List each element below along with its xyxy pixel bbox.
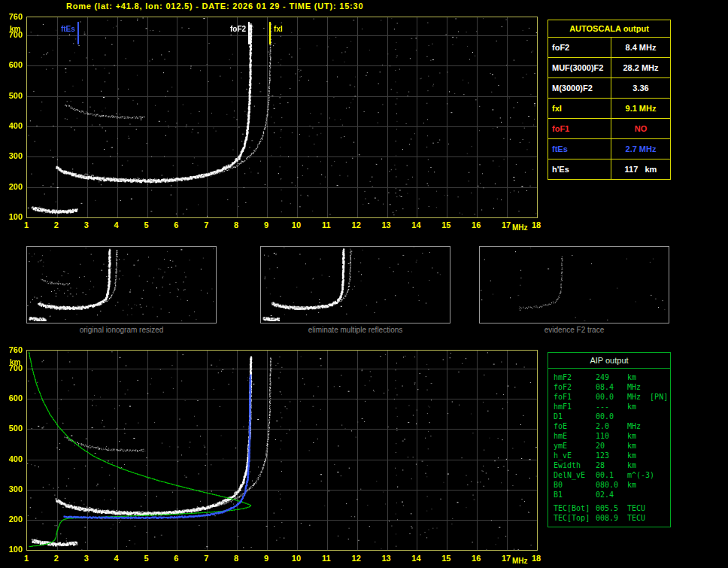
- aip-parameter-label: B1: [554, 490, 596, 500]
- autoscala-parameter-label: foF1: [548, 119, 611, 138]
- y-tick-label: 100: [2, 212, 23, 221]
- autoscala-parameter-value: 117 km: [611, 159, 670, 179]
- aip-row-ewidth: Ewidth28km: [548, 460, 670, 470]
- aip-parameter-label: DelN_vE: [554, 470, 596, 480]
- x-tick-label: 11: [319, 554, 334, 563]
- bottom-ionogram-plot: [26, 350, 538, 551]
- autoscala-parameter-label: MUF(3000)F2: [548, 58, 611, 77]
- aip-table-header: AIP output: [548, 353, 670, 369]
- x-axis-unit-label: MHz: [512, 557, 528, 565]
- autoscala-parameter-value: 28.2 MHz: [611, 58, 670, 77]
- x-tick-label: 2: [49, 220, 64, 229]
- x-tick-label: 7: [199, 554, 214, 563]
- aip-row-tec-bot-: TEC[Bot]005.5TECU: [548, 503, 670, 513]
- x-tick-label: 9: [259, 220, 274, 229]
- autoscala-parameter-value: 3.36: [611, 78, 670, 98]
- autoscala-parameter-label: foF2: [548, 38, 611, 57]
- aip-parameter-label: foE: [554, 421, 596, 431]
- y-tick-label: 300: [2, 151, 23, 160]
- y-tick-label: 200: [2, 182, 23, 191]
- y-tick-label: 400: [2, 454, 23, 463]
- y-tick-label: 600: [2, 393, 23, 402]
- x-tick-label: 6: [168, 220, 184, 229]
- aip-parameter-label: ymE: [554, 441, 596, 451]
- thumbnail-caption: eliminate multiple reflections: [260, 326, 450, 334]
- x-tick-label: 14: [408, 554, 423, 563]
- thumbnail-evidence-f2: [479, 246, 669, 323]
- x-tick-label: 9: [259, 554, 274, 563]
- aip-row-deln-ve: DelN_vE00.1m^(-3): [548, 470, 670, 480]
- x-tick-label: 14: [408, 220, 423, 229]
- aip-parameter-value: 249: [596, 372, 627, 382]
- x-tick-label: 1: [19, 554, 34, 563]
- aip-parameter-unit: [627, 412, 670, 421]
- x-tick-label: 16: [469, 220, 484, 229]
- y-tick-label: 500: [2, 424, 23, 433]
- autoscala-row-fof2: foF28.4 MHz: [548, 38, 670, 58]
- autoscala-parameter-value: NO: [611, 119, 670, 138]
- y-tick-label: 760: [2, 12, 23, 21]
- aip-parameter-value: 20: [596, 441, 627, 451]
- aip-parameter-value: 00.0: [596, 412, 627, 421]
- x-tick-label: 2: [49, 554, 64, 563]
- aip-parameter-value: 005.5: [596, 503, 627, 513]
- autoscala-row-fxi: fxI9.1 MHz: [548, 99, 670, 119]
- x-tick-label: 8: [229, 554, 244, 563]
- autoscala-parameter-value: 2.7 MHz: [611, 139, 670, 159]
- aip-row-d1: D100.0: [548, 412, 670, 421]
- autoscala-table-header: AUTOSCALA output: [548, 20, 670, 38]
- x-tick-label: 4: [109, 220, 124, 229]
- y-tick-label: 100: [2, 545, 23, 554]
- autoscala-row-fof1: foF1NO: [548, 119, 670, 139]
- thumbnail-canvas-evidence: [480, 247, 667, 321]
- x-tick-label: 5: [139, 554, 154, 563]
- aip-output-table: AIP output hmF2249kmfoF208.4MHzfoF100.0M…: [548, 352, 671, 527]
- aip-row-b1: B102.4: [548, 490, 670, 500]
- x-tick-label: 13: [379, 554, 394, 563]
- aip-parameter-label: h_vE: [554, 451, 596, 460]
- y-tick-label: 300: [2, 484, 23, 494]
- aip-parameter-unit: km: [627, 431, 670, 441]
- aip-parameter-value: 08.4: [596, 382, 627, 392]
- x-tick-label: 18: [529, 554, 544, 563]
- aip-parameter-value: 28: [596, 460, 627, 470]
- x-tick-label: 10: [289, 220, 304, 229]
- y-tick-label: 500: [2, 91, 23, 100]
- aip-parameter-label: B0: [554, 480, 596, 490]
- aip-parameter-unit: TECU: [627, 513, 670, 523]
- x-tick-label: 11: [319, 220, 334, 229]
- autoscala-row-h-es: h'Es117 km: [548, 159, 670, 179]
- aip-parameter-value: 00.0: [596, 392, 627, 402]
- top-ionogram-plot: ftEsfoF2fxI: [26, 17, 538, 218]
- aip-row-foe: foE2.0MHz: [548, 421, 670, 431]
- x-axis-unit-label: MHz: [512, 223, 528, 232]
- autoscala-parameter-label: h'Es: [548, 159, 611, 179]
- aip-row-hmf2: hmF2249km: [548, 372, 670, 382]
- autoscala-parameter-label: ftEs: [548, 139, 611, 159]
- x-tick-label: 12: [349, 220, 364, 229]
- window-title: Rome (lat: +41.8, lon: 012.5) - DATE: 20…: [66, 2, 363, 11]
- y-tick-label: 600: [2, 60, 23, 69]
- aip-parameter-unit: km: [627, 402, 670, 412]
- x-tick-label: 15: [438, 220, 453, 229]
- y-tick-label: 760: [2, 345, 23, 354]
- aip-parameter-label: TEC[Top]: [554, 513, 596, 523]
- x-tick-label: 3: [79, 220, 94, 229]
- thumbnail-caption: evidence F2 trace: [479, 326, 669, 334]
- aip-row-tec-top-: TEC[Top]008.9TECU: [548, 513, 670, 523]
- aip-parameter-unit: [627, 490, 670, 500]
- thumbnail-original-ionogram: [26, 246, 217, 323]
- autoscala-row-m-3000-f2: M(3000)F23.36: [548, 78, 670, 99]
- aip-parameter-unit: km: [627, 480, 670, 490]
- x-tick-label: 1: [19, 220, 34, 229]
- aip-parameter-value: 080.0: [596, 480, 627, 490]
- x-tick-label: 8: [229, 220, 244, 229]
- aip-row-h-ve: h_vE123km: [548, 451, 670, 460]
- aip-parameter-label: Ewidth: [554, 460, 596, 470]
- aip-parameter-label: hmE: [554, 431, 596, 441]
- x-tick-label: 13: [379, 220, 394, 229]
- aip-row-yme: ymE20km: [548, 441, 670, 451]
- aip-parameter-value: 2.0: [596, 421, 627, 431]
- aip-parameter-unit: MHz: [627, 382, 670, 392]
- aip-row-hme: hmE110km: [548, 431, 670, 441]
